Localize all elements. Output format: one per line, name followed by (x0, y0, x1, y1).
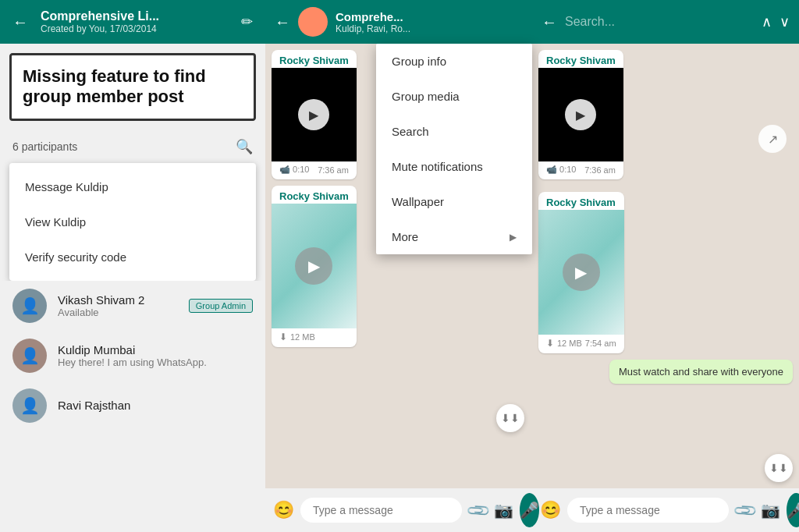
message-bubble: Rocky Shivam ▶ ⬇ 12 MB (272, 186, 357, 347)
message-bubble: Rocky Shivam ▶ ⬇ 12 MB 7:54 am (538, 192, 624, 353)
participants-list: 👤 Vikash Shivam 2 Available Group Admin … (0, 281, 265, 532)
video-meta: 📹 0:10 7:36 am (272, 161, 357, 179)
video-download-bar: ⬇ 12 MB (272, 328, 357, 347)
dropdown-label: Search (392, 125, 429, 138)
search-down-icon[interactable]: ∨ (779, 13, 790, 30)
search-header: ← ∧ ∨ (532, 0, 799, 44)
dropdown-item-mute[interactable]: Mute notifications (376, 149, 532, 184)
dropdown-item-search[interactable]: Search (376, 114, 532, 149)
participant-status: Hey there! I am using WhatsApp. (58, 356, 253, 368)
camera-icon[interactable]: 📷 (494, 501, 513, 520)
annotation-box: Missing feature to find group member pos… (9, 53, 256, 121)
avatar: 👤 (12, 289, 47, 323)
dropdown-item-more[interactable]: More ▶ (376, 219, 532, 254)
chat-subtitle: Kuldip, Ravi, Ro... (336, 23, 523, 34)
video-time: 7:36 am (584, 165, 616, 175)
video-thumbnail-blurred[interactable]: ▶ (538, 210, 624, 335)
dropdown-label: Wallpaper (392, 195, 444, 208)
video-cam-icon: 📹 0:10 (546, 165, 576, 175)
chat-input-bar: 😊 📎 📷 🎤 (265, 488, 532, 532)
participants-count-label: 6 participants (12, 140, 77, 153)
participant-name: Ravi Rajsthan (58, 399, 253, 412)
back-icon[interactable]: ← (275, 13, 290, 31)
back-icon[interactable]: ← (542, 13, 557, 31)
dropdown-item-wallpaper[interactable]: Wallpaper (376, 184, 532, 219)
mic-button[interactable]: 🎤 (520, 493, 539, 527)
dropdown-label: Group info (392, 55, 446, 68)
dropdown-menu: Group info Group media Search Mute notif… (376, 44, 532, 254)
menu-item-message[interactable]: Message Kuldip (9, 169, 256, 204)
message-input[interactable] (300, 498, 462, 523)
download-icon: ⬇ (546, 338, 554, 349)
message-sender: Rocky Shivam (538, 192, 624, 210)
camera-icon[interactable]: 📷 (761, 501, 780, 520)
message-bubble: Rocky Shivam ▶ 📹 0:10 7:36 am (538, 50, 623, 179)
message-input[interactable] (567, 498, 729, 523)
list-item[interactable]: 👤 Kuldip Mumbai Hey there! I am using Wh… (0, 331, 265, 381)
participant-info: Kuldip Mumbai Hey there! I am using What… (58, 343, 253, 368)
message-time: 7:54 am (585, 339, 616, 348)
file-size: 12 MB (557, 339, 582, 348)
share-button[interactable]: ↗ (758, 125, 787, 153)
search-input[interactable] (565, 15, 754, 29)
play-button-large-icon[interactable]: ▶ (295, 247, 332, 285)
dropdown-label: Group media (392, 90, 460, 103)
emoji-button[interactable]: 😊 (540, 500, 561, 520)
chat-header: ← Comprehe... Kuldip, Ravi, Ro... (265, 0, 532, 44)
message-sender: Rocky Shivam (272, 50, 357, 68)
message-bubble: Rocky Shivam ▶ 📹 0:10 7:36 am (272, 50, 357, 179)
group-info-header: ← Comprehensive Li... Created by You, 17… (0, 0, 265, 44)
play-button-icon[interactable]: ▶ (298, 99, 329, 130)
group-avatar (298, 7, 328, 37)
attach-icon[interactable]: 📎 (731, 497, 758, 524)
video-thumbnail-blurred[interactable]: ▶ (272, 204, 357, 328)
panel-group-info: ← Comprehensive Li... Created by You, 17… (0, 0, 265, 532)
attach-icon[interactable]: 📎 (464, 497, 492, 524)
play-button-large-icon[interactable]: ▶ (563, 254, 600, 291)
avatar: 👤 (12, 388, 47, 423)
participant-info: Ravi Rajsthan (58, 399, 253, 412)
group-header-text: Comprehensive Li... Created by You, 17/0… (41, 9, 229, 34)
edit-icon[interactable]: ✏ (241, 13, 253, 30)
chat-title: Comprehe... (336, 10, 523, 23)
context-menu: Message Kuldip View Kuldip Verify securi… (9, 163, 256, 281)
avatar: 👤 (12, 339, 47, 373)
participants-header: 6 participants 🔍 (0, 130, 265, 163)
participants-search-icon[interactable]: 🔍 (236, 138, 253, 155)
dropdown-label: More (392, 230, 418, 243)
list-item[interactable]: 👤 Ravi Rajsthan (0, 381, 265, 431)
list-item[interactable]: 👤 Vikash Shivam 2 Available Group Admin (0, 281, 265, 331)
menu-item-view[interactable]: View Kuldip (9, 204, 256, 239)
text-message-bubble: Must watch and share with everyone (609, 360, 793, 384)
video-thumbnail[interactable]: ▶ (538, 68, 623, 161)
search-up-icon[interactable]: ∧ (762, 13, 772, 30)
dropdown-item-group-media[interactable]: Group media (376, 79, 532, 114)
group-subtitle: Created by You, 17/03/2014 (41, 23, 229, 34)
video-time: 7:36 am (318, 165, 349, 175)
back-icon[interactable]: ← (12, 13, 28, 31)
menu-item-verify[interactable]: Verify security code (9, 239, 256, 275)
annotation-text: Missing feature to find group member pos… (23, 66, 243, 108)
message-sender: Rocky Shivam (538, 50, 623, 68)
scroll-down-button[interactable]: ⬇⬇ (496, 404, 524, 432)
chat-header-info: Comprehe... Kuldip, Ravi, Ro... (336, 10, 523, 34)
mic-button[interactable]: 🎤 (787, 493, 799, 527)
emoji-button[interactable]: 😊 (273, 500, 294, 520)
video-thumbnail[interactable]: ▶ (272, 68, 357, 161)
play-button-icon[interactable]: ▶ (565, 99, 596, 130)
admin-badge: Group Admin (189, 299, 253, 313)
participant-status: Available (58, 307, 178, 318)
participant-name: Kuldip Mumbai (58, 343, 253, 356)
file-size: 12 MB (290, 332, 349, 342)
chat-input-bar: 😊 📎 📷 🎤 (532, 488, 799, 532)
scroll-down-button[interactable]: ⬇⬇ (765, 454, 793, 482)
video-cam-icon: 📹 0:10 (279, 165, 309, 175)
panel-search-chat: ← ∧ ∨ Rocky Shivam ▶ 📹 0:10 7:36 am ↗ Ro… (532, 0, 799, 532)
participant-info: Vikash Shivam 2 Available (58, 293, 178, 318)
participant-name: Vikash Shivam 2 (58, 293, 178, 307)
video-meta: 📹 0:10 7:36 am (538, 161, 623, 179)
download-icon: ⬇ (279, 332, 287, 342)
video-download-bar: ⬇ 12 MB 7:54 am (538, 335, 624, 353)
dropdown-item-group-info[interactable]: Group info (376, 44, 532, 79)
dropdown-label: Mute notifications (392, 160, 483, 173)
